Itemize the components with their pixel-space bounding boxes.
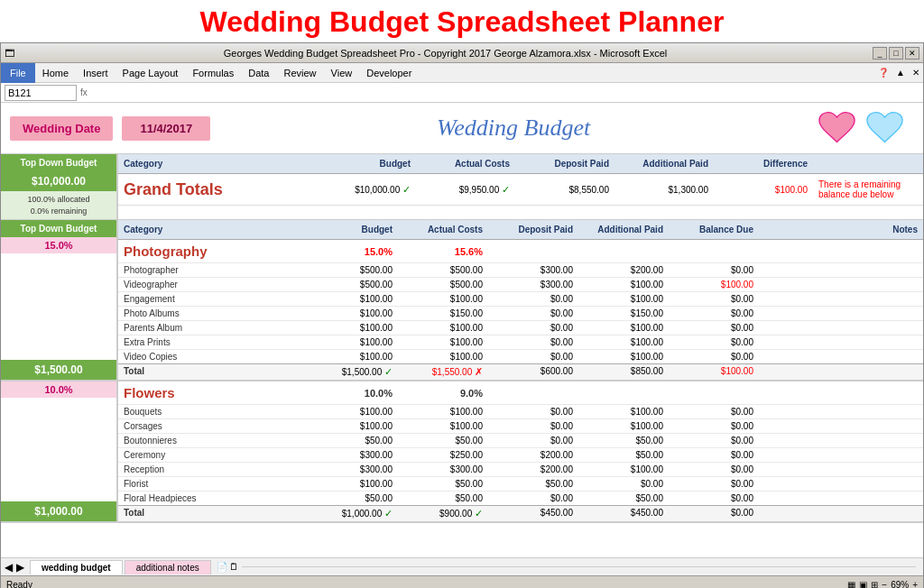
grand-deposit-cell: $8,550.00 [515,183,614,197]
menu-review[interactable]: Review [276,66,323,80]
flowers-row-1: Bouquets $100.00 $100.00 $0.00 $100.00 $… [118,404,923,418]
close-ribbon-icon[interactable]: ✕ [909,68,923,78]
flowers-content: Flowers 10.0% 9.0% Bouquets $100.00 $100… [118,381,923,521]
title-bar: 🗔 Georges Wedding Budget Spreadsheet Pro… [1,43,923,63]
hearts [817,110,905,146]
zoom-in-button[interactable]: + [912,580,918,588]
header-deposit: Deposit Paid [515,157,614,170]
menu-view[interactable]: View [324,66,360,80]
photo-top-down-label: Top Down Budget [1,220,116,237]
photography-content: Category Budget Actual Costs Deposit Pai… [118,220,923,380]
ph-notes-header: Notes [759,223,923,236]
flowers-actual-pct: 9.0% [398,388,488,399]
tab-additional-notes[interactable]: additional notes [125,560,211,574]
sidebar-allocated: 100.0% allocated 0.0% remaining [1,191,116,219]
ph-balance-header: Balance Due [669,223,759,236]
zoom-out-button[interactable]: − [882,580,887,588]
flowers-budget-pct: 10.0% [317,388,398,399]
ph-additional-header: Additional Paid [578,223,669,236]
header-actual: Actual Costs [416,157,515,170]
menu-formulas[interactable]: Formulas [185,66,241,80]
photo-sidebar-value: $1,500.00 [1,360,116,380]
flowers-row-5: Reception $300.00 $300.00 $200.00 $100.0… [118,462,923,476]
flowers-section: 10.0% $1,000.00 Flowers 10.0% 9.0% [1,381,923,523]
flowers-row-6: Florist $100.00 $50.00 $50.00 $0.00 $0.0… [118,476,923,491]
ph-cat-header: Category [118,223,317,236]
menu-developer[interactable]: Developer [359,66,419,80]
grand-additional-cell: $1,300.00 [614,183,714,197]
formula-bar: fx [1,83,923,103]
tab-extra-icon[interactable]: 🗒 [229,562,238,572]
minimize-ribbon-icon[interactable]: ▲ [892,68,909,78]
flowers-name: Flowers [118,385,317,400]
title-bar-buttons: _ □ ✕ [873,47,919,60]
ph-deposit-header: Deposit Paid [488,223,578,236]
photography-name: Photography [118,243,317,259]
photo-row-4: Photo Albums $100.00 $150.00 $0.00 $150.… [118,306,923,320]
flowers-row-7: Floral Headpieces $50.00 $50.00 $0.00 $5… [118,491,923,505]
excel-window: 🗔 Georges Wedding Budget Spreadsheet Pro… [0,42,924,588]
photo-headers: Category Budget Actual Costs Deposit Pai… [118,220,923,240]
tab-nav-left[interactable]: ◀ [5,561,13,574]
minimize-button[interactable]: _ [873,47,887,60]
header-category: Category [118,157,317,170]
close-button[interactable]: ✕ [905,47,919,60]
photography-sidebar: Top Down Budget 15.0% $1,500.00 [1,220,118,380]
flowers-title-row: Flowers 10.0% 9.0% [118,381,923,404]
flowers-row-2: Corsages $100.00 $100.00 $0.00 $100.00 $… [118,418,923,433]
budget-checkmark: ✓ [402,184,411,195]
flowers-sidebar-value: $1,000.00 [1,501,116,521]
photo-row-1: Photographer $500.00 $500.00 $300.00 $20… [118,262,923,277]
heart-icon-2 [864,110,905,146]
menu-bar: File Home Insert Page Layout Formulas Da… [1,63,923,83]
sheet-tabs: ◀ ▶ wedding budget additional notes 📄 🗒 [1,557,923,575]
photo-row-6: Extra Prints $100.00 $100.00 $0.00 $100.… [118,335,923,349]
grand-totals-row: Grand Totals $10,000.00 ✓ $9,950.00 ✓ $8… [118,174,923,206]
grand-totals-headers: Category Budget Actual Costs Deposit Pai… [118,154,923,174]
flowers-total: Total $1,000.00 ✓ $900.00 ✓ $450.00 $450… [118,505,923,521]
help-icon[interactable]: ❓ [874,68,892,78]
photo-row-5: Parents Album $100.00 $100.00 $0.00 $100… [118,320,923,335]
sheet-content[interactable]: Wedding Date 11/4/2017 Wedding Budget To… [1,103,923,557]
remaining-msg: There is a remaining balance due below [813,178,923,201]
formula-input[interactable] [91,87,919,99]
status-bar: Ready ▦ ▣ ⊞ − 69% + [1,575,923,588]
menu-file[interactable]: File [1,63,35,83]
photo-budget-pct: 15.0% [317,246,398,257]
menu-page-layout[interactable]: Page Layout [116,66,186,80]
name-box[interactable] [5,85,77,101]
sidebar-budget-value: $10,000.00 [1,171,116,191]
ph-budget-header: Budget [317,223,398,236]
header-difference: Difference [714,157,813,170]
menu-data[interactable]: Data [241,66,276,80]
view-normal-icon[interactable]: ▦ [847,580,855,588]
spreadsheet-area: Wedding Date 11/4/2017 Wedding Budget To… [1,103,923,557]
flowers-sidebar: 10.0% $1,000.00 [1,381,118,521]
grand-budget-cell: $10,000.00 ✓ [317,182,416,198]
photo-sidebar-percent: 15.0% [1,237,116,253]
tab-wedding-budget[interactable]: wedding budget [30,560,123,574]
zoom-level: 69% [891,580,909,588]
tab-add-icon[interactable]: 📄 [217,562,227,572]
photo-actual-pct: 15.6% [398,246,488,257]
photo-row-3: Engagement $100.00 $100.00 $0.00 $100.00… [118,291,923,306]
header-additional: Additional Paid [614,157,714,170]
wedding-date-row: Wedding Date 11/4/2017 Wedding Budget [1,103,923,153]
maximize-button[interactable]: □ [889,47,903,60]
photography-section: Top Down Budget 15.0% $1,500.00 Category… [1,220,923,381]
tab-nav-right[interactable]: ▶ [16,561,24,574]
top-down-sidebar: Top Down Budget $10,000.00 100.0% alloca… [1,154,118,219]
view-break-icon[interactable]: ⊞ [871,580,878,588]
menu-insert[interactable]: Insert [76,66,116,80]
actual-checkmark: ✓ [502,184,510,195]
menu-home[interactable]: Home [35,66,76,80]
ph-actual-header: Actual Costs [398,223,488,236]
heart-icon-1 [817,110,857,146]
view-layout-icon[interactable]: ▣ [859,580,867,588]
title-bar-text: Georges Wedding Budget Spreadsheet Pro -… [18,48,873,59]
photography-title-row: Photography 15.0% 15.6% [118,240,923,262]
main-title: Wedding Budget Spreadsheet Planner [0,0,924,42]
formula-icon: fx [80,87,88,97]
photo-row-2: Videographer $500.00 $500.00 $300.00 $10… [118,277,923,291]
flowers-row-4: Ceremony $300.00 $250.00 $200.00 $50.00 … [118,447,923,462]
